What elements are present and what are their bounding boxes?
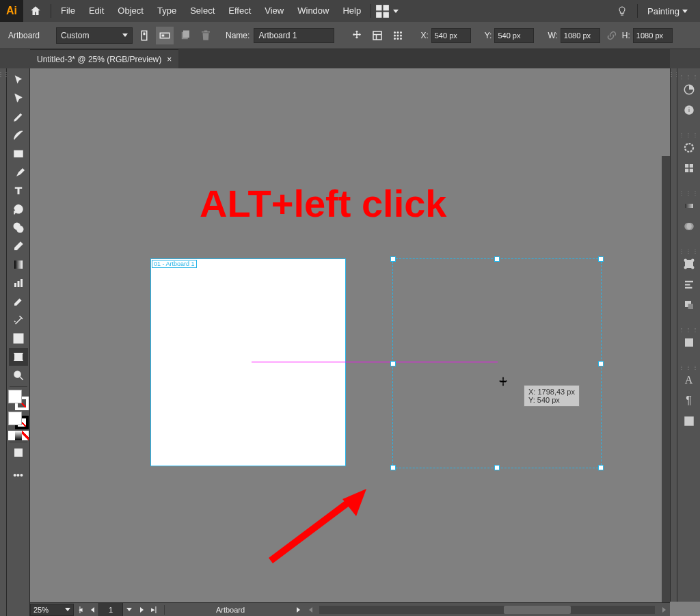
curvature-tool[interactable] (9, 126, 28, 144)
scroll-left-button[interactable] (304, 604, 317, 616)
color-panel-icon[interactable] (679, 138, 699, 157)
prev-artboard-button[interactable] (86, 604, 98, 616)
artboard-2-ghost[interactable] (392, 258, 602, 468)
resize-handle[interactable] (390, 361, 396, 366)
swatches-panel-icon[interactable] (679, 159, 699, 178)
menu-help[interactable]: Help (336, 0, 368, 22)
workspace-switcher[interactable]: Painting (641, 6, 695, 16)
reference-point-button[interactable] (389, 27, 407, 44)
artboard-label[interactable]: 01 - Artboard 1 (152, 260, 197, 268)
menu-view[interactable]: View (258, 0, 291, 22)
collapse-panels-button[interactable]: ⋮⋮ (670, 68, 677, 602)
panel-grip[interactable]: ⋮⋮⋮ (679, 132, 699, 138)
x-input[interactable] (431, 28, 471, 43)
resize-handle[interactable] (598, 256, 604, 262)
move-with-artboard-button[interactable] (348, 27, 366, 44)
resize-handle[interactable] (598, 465, 604, 470)
svg-rect-62 (688, 304, 693, 310)
resize-handle[interactable] (494, 465, 500, 470)
next-artboard-button[interactable] (135, 604, 148, 616)
fill-stroke-swatches[interactable] (8, 390, 29, 410)
document-tab[interactable]: Untitled-3* @ 25% (RGB/Preview) × (30, 49, 178, 68)
eraser-tool[interactable] (9, 237, 28, 255)
vertical-scrollbar[interactable] (662, 156, 670, 602)
panel-grip[interactable]: ⋮⋮⋮ (679, 248, 699, 254)
panel-grip[interactable]: ⋮⋮⋮ (679, 327, 699, 333)
zoom-select[interactable]: 25% (30, 604, 74, 616)
artboard-1[interactable] (150, 258, 346, 466)
svg-point-24 (16, 226, 23, 232)
glyphs-panel-icon[interactable] (679, 412, 699, 431)
panel-grip[interactable]: ⋮⋮⋮ (679, 364, 699, 371)
collapse-tools-button[interactable]: ⋮⋮ (0, 68, 7, 616)
rotate-tool[interactable] (9, 200, 28, 218)
shape-builder-tool[interactable] (9, 219, 28, 237)
transform-panel-icon[interactable] (679, 254, 699, 273)
resize-handle[interactable] (494, 256, 500, 262)
scrollbar-thumb[interactable] (504, 606, 571, 614)
menu-type[interactable]: Type (150, 0, 183, 22)
last-artboard-button[interactable]: ▸| (148, 604, 160, 616)
eyedropper-tool[interactable] (9, 293, 28, 310)
delete-artboard-button[interactable] (197, 27, 215, 44)
menu-window[interactable]: Window (291, 0, 336, 22)
first-artboard-button[interactable]: |◂ (74, 604, 86, 616)
artboard-nav-chevron[interactable] (123, 604, 135, 616)
arrange-docs-icon[interactable] (374, 0, 399, 22)
paintbrush-tool[interactable] (9, 163, 28, 181)
align-panel-icon[interactable] (679, 275, 699, 294)
home-icon[interactable] (23, 0, 48, 22)
canvas[interactable]: 01 - Artboard 1 X: 1798,43 px Y: 540 px … (30, 68, 700, 616)
color-wheel-panel-icon[interactable] (679, 80, 699, 99)
menu-select[interactable]: Select (183, 0, 221, 22)
resize-handle[interactable] (390, 256, 396, 262)
rectangle-tool[interactable] (9, 145, 28, 163)
column-graph-tool[interactable] (9, 274, 28, 292)
menu-file[interactable]: File (54, 0, 82, 22)
panel-grip[interactable]: ⋮⋮⋮ (679, 74, 699, 80)
export-panel-icon[interactable] (679, 333, 699, 352)
link-wh-button[interactable] (603, 27, 621, 44)
transparency-panel-icon[interactable] (679, 217, 699, 236)
search-help-icon[interactable] (610, 0, 634, 22)
horizontal-scrollbar[interactable] (319, 606, 655, 614)
zoom-tool[interactable] (9, 366, 28, 384)
slice-tool[interactable] (9, 330, 28, 347)
draw-mode-button[interactable] (9, 444, 28, 461)
resize-handle[interactable] (598, 361, 604, 366)
landscape-orientation-button[interactable] (156, 27, 174, 44)
character-panel-icon[interactable]: A (679, 371, 699, 390)
portrait-orientation-button[interactable] (135, 27, 153, 44)
h-input[interactable] (633, 28, 673, 43)
pen-tool[interactable] (9, 108, 28, 126)
gradient-panel-icon[interactable] (679, 196, 699, 215)
artboard-number-input[interactable] (98, 602, 123, 617)
status-flyout-button[interactable] (292, 604, 304, 616)
svg-rect-22 (14, 151, 23, 157)
close-tab-icon[interactable]: × (167, 55, 172, 64)
artboard-tool[interactable] (9, 348, 28, 366)
panel-grip[interactable]: ⋮⋮⋮ (679, 190, 699, 196)
symbol-sprayer-tool[interactable] (9, 311, 28, 329)
w-input[interactable] (561, 28, 600, 43)
scroll-right-button[interactable] (658, 604, 670, 616)
direct-selection-tool[interactable] (9, 90, 28, 107)
properties-panel-icon[interactable]: i (679, 101, 699, 120)
artboard-name-input[interactable] (254, 28, 334, 43)
y-input[interactable] (494, 28, 534, 43)
color-mode-toggles[interactable] (8, 431, 29, 440)
default-fill-stroke[interactable] (8, 412, 29, 429)
menu-effect[interactable]: Effect (221, 0, 258, 22)
edit-toolbar-button[interactable]: ••• (9, 466, 28, 484)
type-tool[interactable] (9, 182, 28, 200)
artboard-preset-select[interactable]: Custom (56, 27, 133, 44)
selection-tool[interactable] (9, 71, 28, 89)
menu-object[interactable]: Object (111, 0, 150, 22)
menu-edit[interactable]: Edit (82, 0, 111, 22)
new-artboard-button[interactable] (176, 27, 194, 44)
artboard-options-button[interactable] (368, 27, 386, 44)
resize-handle[interactable] (390, 465, 396, 470)
pathfinder-panel-icon[interactable] (679, 295, 699, 314)
gradient-tool[interactable] (9, 256, 28, 273)
paragraph-panel-icon[interactable]: ¶ (679, 391, 699, 410)
